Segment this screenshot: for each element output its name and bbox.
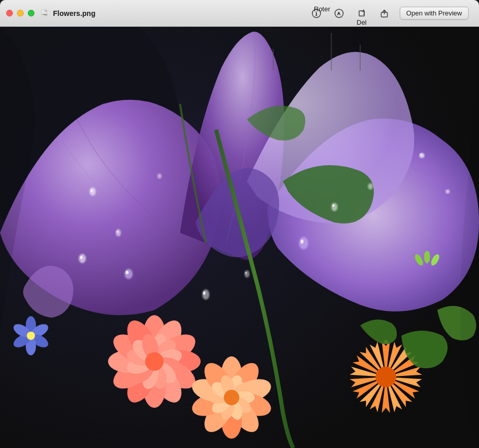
svg-point-29 — [420, 154, 422, 156]
markup-icon — [334, 8, 344, 19]
rotate-icon — [357, 8, 367, 19]
svg-point-21 — [125, 269, 133, 279]
svg-point-76 — [224, 390, 239, 405]
quick-look-window: Marker Roter Del PNG Flowers.png — [0, 0, 479, 448]
file-icon: PNG — [41, 9, 49, 18]
svg-point-86 — [202, 289, 209, 300]
svg-point-30 — [446, 189, 450, 194]
svg-point-25 — [368, 183, 373, 189]
svg-point-15 — [91, 189, 93, 192]
svg-point-22 — [126, 271, 129, 274]
share-icon — [379, 8, 389, 19]
svg-point-20 — [157, 174, 162, 179]
svg-point-14 — [90, 187, 96, 196]
open-with-preview-button[interactable]: Open with Preview — [400, 7, 469, 20]
svg-point-26 — [299, 237, 308, 249]
svg-point-17 — [117, 231, 118, 233]
svg-point-85 — [27, 332, 35, 340]
rotate-button[interactable] — [354, 6, 369, 21]
flower-image — [0, 27, 479, 448]
info-button[interactable] — [309, 6, 324, 21]
svg-point-24 — [332, 204, 334, 207]
svg-rect-4 — [45, 10, 47, 12]
markup-button[interactable] — [332, 6, 346, 21]
svg-point-87 — [203, 291, 206, 295]
svg-point-16 — [116, 229, 121, 236]
image-container — [0, 27, 479, 448]
svg-point-55 — [145, 352, 164, 371]
close-button[interactable] — [6, 10, 13, 16]
window-controls — [6, 10, 34, 16]
svg-point-77 — [376, 367, 396, 387]
svg-point-27 — [300, 239, 304, 244]
share-button[interactable] — [377, 6, 392, 21]
svg-text:PNG: PNG — [43, 13, 47, 16]
titlebar: PNG Flowers.png — [0, 0, 479, 27]
toolbar-actions: Open with Preview — [309, 6, 469, 21]
svg-point-89 — [245, 272, 247, 274]
png-file-icon: PNG — [41, 9, 49, 18]
svg-point-8 — [316, 11, 317, 12]
svg-point-88 — [244, 270, 250, 278]
maximize-button[interactable] — [28, 10, 34, 16]
svg-point-18 — [79, 254, 86, 263]
info-icon — [311, 8, 322, 19]
svg-point-28 — [419, 153, 424, 158]
file-title: Flowers.png — [53, 9, 95, 18]
svg-point-19 — [80, 256, 82, 259]
minimize-button[interactable] — [17, 10, 24, 16]
svg-point-23 — [331, 203, 338, 211]
